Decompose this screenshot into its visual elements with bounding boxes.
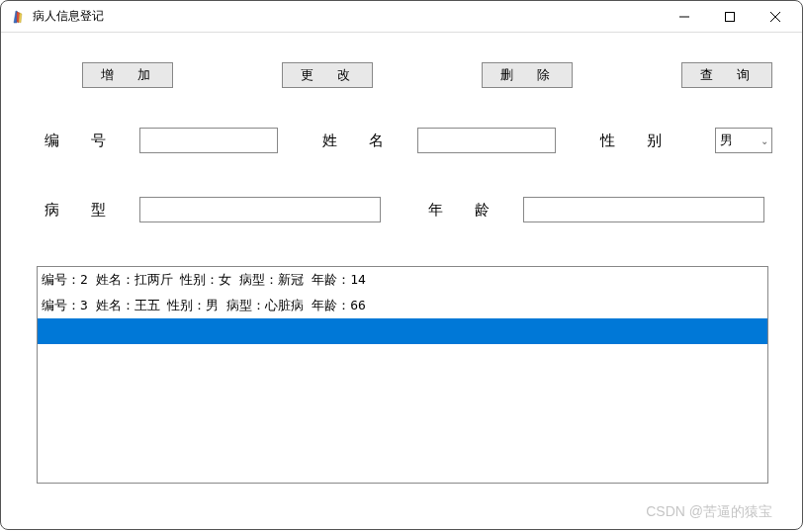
gender-label: 性 别 — [600, 132, 675, 150]
name-input[interactable] — [417, 128, 556, 153]
query-button[interactable]: 查 询 — [681, 62, 772, 88]
minimize-button[interactable] — [662, 1, 707, 33]
name-label: 姓 名 — [322, 132, 398, 150]
list-item[interactable]: 编号：3 姓名：王五 性别：男 病型：心脏病 年龄：66 — [38, 293, 767, 318]
form-row-2: 病 型 年 龄 — [31, 197, 772, 222]
id-input[interactable] — [139, 128, 278, 153]
type-input[interactable] — [139, 197, 381, 222]
svg-rect-1 — [726, 12, 735, 21]
age-input[interactable] — [523, 197, 764, 222]
content-area: 增 加 更 改 删 除 查 询 编 号 姓 名 性 别 ⌄ 病 型 年 龄 — [1, 33, 802, 503]
form-row-1: 编 号 姓 名 性 别 ⌄ — [31, 128, 772, 153]
delete-button[interactable]: 删 除 — [482, 62, 573, 88]
add-button[interactable]: 增 加 — [82, 62, 173, 88]
button-row: 增 加 更 改 删 除 查 询 — [31, 62, 772, 88]
maximize-button[interactable] — [707, 1, 753, 33]
type-label: 病 型 — [45, 201, 120, 220]
list-item[interactable] — [38, 318, 767, 344]
watermark-text: CSDN @苦逼的猿宝 — [646, 503, 772, 521]
window: 病人信息登记 增 加 更 改 删 除 查 询 编 号 姓 名 — [0, 0, 803, 530]
titlebar: 病人信息登记 — [1, 1, 802, 33]
window-controls — [662, 1, 798, 33]
age-label: 年 龄 — [428, 201, 503, 220]
listbox-wrap: 编号：2 姓名：扛两斤 性别：女 病型：新冠 年龄：14编号：3 姓名：王五 性… — [31, 266, 772, 484]
list-item[interactable]: 编号：2 姓名：扛两斤 性别：女 病型：新冠 年龄：14 — [38, 267, 767, 293]
close-button[interactable] — [753, 1, 798, 33]
id-label: 编 号 — [45, 132, 120, 150]
results-listbox[interactable]: 编号：2 姓名：扛两斤 性别：女 病型：新冠 年龄：14编号：3 姓名：王五 性… — [37, 266, 768, 484]
app-icon — [11, 9, 27, 25]
edit-button[interactable]: 更 改 — [282, 62, 373, 88]
gender-combobox[interactable] — [715, 128, 772, 153]
window-title: 病人信息登记 — [33, 8, 104, 25]
